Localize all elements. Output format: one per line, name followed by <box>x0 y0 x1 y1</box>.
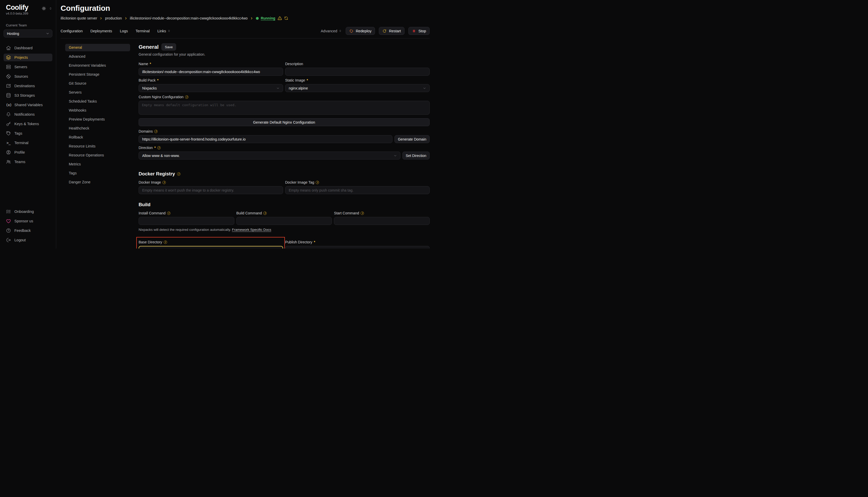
subnav-item-resource-operations[interactable]: Resource Operations <box>65 152 130 159</box>
subnav-item-tags[interactable]: Tags <box>65 170 130 177</box>
server-icon <box>6 65 11 70</box>
custom-nginx-label: Custom Nginx Configuration <box>139 95 430 99</box>
subnav-item-servers[interactable]: Servers <box>65 89 130 96</box>
sidebar-item-terminal[interactable]: >_Terminal <box>4 139 52 147</box>
sidebar-item-servers[interactable]: Servers <box>4 63 52 71</box>
subnav-item-preview-deployments[interactable]: Preview Deployments <box>65 116 130 123</box>
subnav-item-metrics[interactable]: Metrics <box>65 160 130 168</box>
breadcrumb-item[interactable]: illicitestonion/-module--decomposition:m… <box>130 16 248 20</box>
redeploy-button[interactable]: Redeploy <box>346 27 375 35</box>
direction-select[interactable]: Allow www & non-www. <box>139 152 400 159</box>
subnav-item-healthcheck[interactable]: Healthcheck <box>65 125 130 132</box>
build-command-input[interactable] <box>236 217 332 225</box>
build-pack-select[interactable]: Nixpacks <box>139 84 283 92</box>
sidebar-item-sponsor-us[interactable]: Sponsor us <box>4 217 52 225</box>
install-command-label: Install Command <box>139 211 234 215</box>
sidebar-item-label: Shared Variables <box>14 103 43 107</box>
subnav-item-git-source[interactable]: Git Source <box>65 80 130 87</box>
sidebar-item-sources[interactable]: Sources <box>4 73 52 80</box>
framework-docs-link[interactable]: Framework Specific Docs <box>232 228 271 231</box>
custom-nginx-textarea[interactable] <box>139 101 430 115</box>
tab-logs[interactable]: Logs <box>120 29 128 33</box>
sidebar-item-label: Destinations <box>14 84 35 88</box>
install-command-input[interactable] <box>139 217 234 225</box>
subnav-item-danger-zone[interactable]: Danger Zone <box>65 179 130 186</box>
sidebar-item-tags[interactable]: Tags <box>4 129 52 137</box>
warning-icon[interactable] <box>277 16 282 20</box>
subnav-item-resource-limits[interactable]: Resource Limits <box>65 143 130 150</box>
docker-image-label: Docker Image <box>139 180 283 184</box>
subnav-item-advanced[interactable]: Advanced <box>65 53 130 60</box>
save-button[interactable]: Save <box>162 43 176 51</box>
advanced-dropdown[interactable]: Advanced <box>321 29 342 33</box>
subnav-item-general[interactable]: General <box>65 44 130 51</box>
chevrons-up-down-icon[interactable] <box>49 7 52 10</box>
subnav-item-scheduled-tasks[interactable]: Scheduled Tasks <box>65 98 130 105</box>
build-command-label: Build Command <box>236 211 332 215</box>
sidebar-item-teams[interactable]: Teams <box>4 158 52 166</box>
subnav-item-persistent-storage[interactable]: Persistent Storage <box>65 71 130 78</box>
description-input[interactable] <box>285 68 430 76</box>
docker-image-tag-input[interactable] <box>285 186 430 194</box>
restart-button[interactable]: Restart <box>379 27 404 35</box>
set-direction-button[interactable]: Set Direction <box>402 152 430 159</box>
breadcrumb-item[interactable]: illicitonion quote server <box>60 16 97 20</box>
build-heading: Build <box>139 202 430 208</box>
base-directory-input[interactable] <box>139 246 283 248</box>
section-subtitle: General configuration for your applicati… <box>139 52 430 56</box>
stop-button[interactable]: Stop <box>408 27 430 35</box>
publish-directory-label: Publish Directory <box>285 240 430 244</box>
chevron-down-icon <box>423 86 426 90</box>
sidebar-item-destinations[interactable]: Destinations <box>4 82 52 90</box>
publish-directory-input[interactable] <box>285 246 430 248</box>
docker-image-input[interactable] <box>139 186 283 194</box>
sidebar-item-logout[interactable]: Logout <box>4 236 52 244</box>
chevron-down-icon <box>394 154 397 157</box>
sidebar-item-projects[interactable]: Projects <box>4 54 52 61</box>
team-select[interactable]: Hosting <box>4 29 52 38</box>
sidebar-item-notifications[interactable]: Notifications <box>4 111 52 118</box>
domains-input[interactable] <box>139 135 392 143</box>
tab-links[interactable]: Links <box>157 29 171 33</box>
start-command-input[interactable] <box>334 217 430 225</box>
tab-terminal[interactable]: Terminal <box>136 29 150 33</box>
tab-configuration[interactable]: Configuration <box>60 29 83 33</box>
refresh-icon[interactable] <box>284 16 288 20</box>
sidebar-footer-nav: OnboardingSponsor usFeedbackLogout <box>4 208 52 244</box>
sidebar-nav: DashboardProjectsServersSourcesDestinati… <box>4 44 52 166</box>
sidebar-item-keys-tokens[interactable]: Keys & Tokens <box>4 120 52 128</box>
subnav-item-environment-variables[interactable]: Environment Variables <box>65 62 130 69</box>
sidebar-item-shared-variables[interactable]: (x)Shared Variables <box>4 101 52 109</box>
status-running-link[interactable]: Running <box>261 16 275 20</box>
sidebar-item-label: Servers <box>14 65 27 69</box>
info-icon <box>177 172 180 176</box>
tabs: ConfigurationDeploymentsLogsTerminalLink… <box>60 29 171 33</box>
braces-x-icon: (x) <box>6 102 11 108</box>
home-icon <box>6 45 11 51</box>
static-image-select[interactable]: nginx:alpine <box>285 84 430 92</box>
list-checks-icon <box>6 209 11 214</box>
theme-toggle-icon[interactable] <box>42 6 46 11</box>
build-pack-label: Build Pack <box>139 78 283 82</box>
heart-icon <box>6 218 11 224</box>
sidebar-item-onboarding[interactable]: Onboarding <box>4 208 52 215</box>
layers-icon <box>6 55 11 60</box>
sidebar-header: Coolify <box>4 4 52 12</box>
generate-nginx-button[interactable]: Generate Default Nginx Configuration <box>139 118 430 126</box>
name-input[interactable] <box>139 68 283 76</box>
restart-icon <box>382 29 387 33</box>
help-circle-icon <box>6 228 11 233</box>
chevron-right-icon <box>124 17 127 20</box>
section-title: General <box>139 44 159 50</box>
tab-deployments[interactable]: Deployments <box>90 29 112 33</box>
sidebar-item-s3-storages[interactable]: S3 Storages <box>4 91 52 99</box>
subnav-item-rollback[interactable]: Rollback <box>65 133 130 141</box>
sidebar-item-profile[interactable]: Profile <box>4 148 52 156</box>
sidebar-item-feedback[interactable]: Feedback <box>4 227 52 235</box>
general-form: General Save General configuration for y… <box>139 39 430 248</box>
sidebar-item-dashboard[interactable]: Dashboard <box>4 44 52 52</box>
subnav-item-webhooks[interactable]: Webhooks <box>65 107 130 114</box>
chevron-right-icon <box>99 17 103 20</box>
generate-domain-button[interactable]: Generate Domain <box>395 135 430 143</box>
breadcrumb-item[interactable]: production <box>105 16 122 20</box>
